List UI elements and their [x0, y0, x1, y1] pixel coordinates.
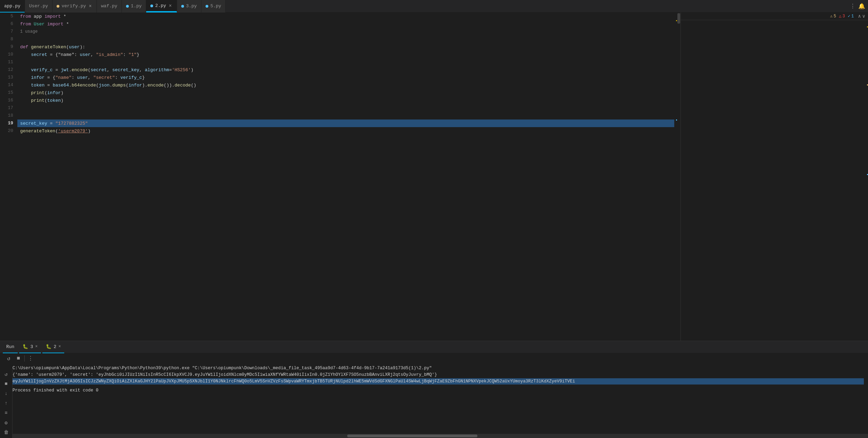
tab-app-py[interactable]: app.py: [0, 0, 25, 13]
code-line-7: 1 usage: [20, 28, 671, 35]
code-line-18: [20, 112, 671, 119]
code-content[interactable]: from app import * from User import * 1 u…: [17, 13, 674, 341]
code-line-12: verify_c = jwt.encode(secret, secret_key…: [20, 66, 671, 74]
code-view: 5 6 7 8 9 10 11 12 13 14 15 16 17 18 19 …: [0, 13, 681, 341]
restart-run-icon[interactable]: ↺: [1, 370, 11, 378]
horizontal-scrollbar[interactable]: [0, 434, 868, 438]
code-line-14: token = base64.b64encode(json.dumps(info…: [20, 81, 671, 89]
h-scrollbar-thumb[interactable]: [347, 435, 477, 437]
info-marker: [676, 119, 677, 121]
tab-user-py[interactable]: User.py: [25, 0, 53, 13]
filter-icon[interactable]: ≡: [1, 409, 11, 417]
more-tabs-icon[interactable]: ⋮: [850, 3, 856, 10]
tab-label: 1.py: [131, 3, 142, 9]
more-actions-icon[interactable]: ⋮: [27, 355, 34, 362]
panel-tab-debug2[interactable]: 🐛 2 ×: [42, 341, 64, 353]
debug2-close-icon[interactable]: ×: [58, 344, 61, 349]
right-panel: ⚠ 5 △ 3 ✓ 1 ∧ ∨: [681, 13, 868, 341]
tab-dot-icon: [57, 5, 59, 8]
terminal-exit-line: Process finished with exit code 0: [12, 387, 864, 394]
editor-pane: 5 6 7 8 9 10 11 12 13 14 15 16 17 18 19 …: [0, 13, 681, 341]
info-bar: ⚠ 5 △ 3 ✓ 1 ∧ ∨: [681, 13, 868, 20]
debug1-close-icon[interactable]: ×: [35, 344, 37, 349]
panel-tab-debug1[interactable]: 🐛 3 ×: [19, 341, 41, 353]
tab-close-icon[interactable]: ×: [168, 3, 172, 9]
code-line-20: generateToken('userm2079'): [20, 127, 671, 135]
tab-dot-icon: [150, 5, 153, 7]
tab-label: User.py: [29, 3, 48, 9]
tab-close-icon[interactable]: ×: [88, 3, 92, 9]
tab-label: app.py: [4, 3, 20, 9]
tab-verify-py[interactable]: verify.py ×: [52, 0, 97, 13]
code-line-9: def generateToken(user):: [20, 43, 671, 51]
tab-label: 3.py: [186, 3, 197, 9]
terminal-cmd-line: C:\Users\opiumpunk\AppData\Local\Program…: [12, 365, 864, 372]
overview-ruler: [866, 20, 868, 341]
activity-bar-bottom: ↺ ■ ↓ ↑ ≡ ⚙ 🗑: [0, 369, 12, 438]
tab-label: verify.py: [61, 3, 86, 9]
tab-dot-icon: [126, 5, 129, 8]
tab-3-py[interactable]: 3.py: [177, 0, 201, 13]
right-panel-content: [681, 20, 868, 341]
terminal-output-line1: {'name': 'userm2079', 'secret': 'eyJhbGc…: [12, 372, 864, 378]
code-line-5: from app import *: [20, 13, 671, 20]
gutter-markers: [674, 13, 677, 341]
code-line-15: print(infor): [20, 89, 671, 97]
tab-dot-icon: [206, 5, 208, 8]
terminal-output[interactable]: C:\Users\opiumpunk\AppData\Local\Program…: [0, 364, 868, 434]
checkmark-icon: ✓: [848, 14, 850, 19]
bottom-panel: Run 🐛 3 × 🐛 2 × ↺ ■ ⋮ C:\Users: [0, 341, 868, 438]
code-line-11: [20, 58, 671, 66]
toolbar-icons-group: ↺ ■ ⋮: [3, 355, 34, 362]
delete-run-icon[interactable]: 🗑: [1, 428, 11, 437]
tab-bar-actions: ⋮ 🔔: [850, 3, 868, 10]
scroll-down-icon[interactable]: ↓: [1, 389, 11, 398]
restart-icon[interactable]: ↺: [5, 355, 12, 362]
terminal-selected-line: eyJuYW1lIjogInVzZXJtMjA3OSIsICJzZWNyZXQi…: [12, 378, 864, 385]
tab-label: 2.py: [155, 3, 166, 8]
debug-count-2: 2: [53, 344, 56, 349]
panel-tab-bar: Run 🐛 3 × 🐛 2 ×: [0, 341, 868, 353]
warning-badge[interactable]: ⚠ 5: [830, 14, 836, 19]
panel-toolbar: ↺ ■ ⋮: [0, 353, 868, 364]
code-line-6: from User import *: [20, 20, 671, 28]
tab-dot-icon: [181, 5, 184, 8]
warning-marker: [676, 20, 677, 21]
tab-label: waf.py: [101, 3, 117, 9]
chevron-up-icon[interactable]: ∧: [858, 13, 861, 19]
panel-tab-run[interactable]: Run: [3, 341, 18, 353]
chevron-down-icon[interactable]: ∨: [862, 13, 865, 19]
debug-icon-1: 🐛: [23, 344, 28, 349]
run-label: Run: [6, 344, 14, 349]
error-badge[interactable]: △ 3: [839, 14, 845, 19]
stop-run-icon[interactable]: ■: [1, 380, 11, 388]
settings-run-icon[interactable]: ⚙: [1, 419, 11, 427]
editor-area: 5 6 7 8 9 10 11 12 13 14 15 16 17 18 19 …: [0, 13, 868, 341]
warning-icon: ⚠: [830, 14, 833, 19]
line-numbers: 5 6 7 8 9 10 11 12 13 14 15 16 17 18 19 …: [0, 13, 17, 341]
error-icon: △: [839, 14, 841, 19]
info-badge[interactable]: ✓ 1: [848, 14, 854, 19]
tab-2-py[interactable]: 2.py ×: [146, 0, 177, 13]
scrollbar-thumb[interactable]: [677, 13, 680, 24]
scroll-up-icon[interactable]: ↑: [1, 399, 11, 407]
debug-icon-2: 🐛: [46, 344, 51, 349]
notification-icon[interactable]: 🔔: [858, 3, 865, 10]
code-line-10: secret = {"name": user, "is_admin": "1"}: [20, 51, 671, 58]
tab-1-py[interactable]: 1.py: [122, 0, 146, 13]
code-line-8: [20, 35, 671, 43]
code-line-19: secret_key = "1727882325": [17, 119, 674, 127]
toolbar-separator: [24, 355, 25, 362]
vertical-scrollbar[interactable]: [677, 13, 681, 341]
warning-count: 5: [834, 14, 836, 19]
code-line-13: infor = {"name": user, "secret": verify_…: [20, 74, 671, 81]
code-line-17: [20, 104, 671, 112]
error-count: 3: [842, 14, 845, 19]
tab-waf-py[interactable]: waf.py: [97, 0, 122, 13]
tab-5-py[interactable]: 5.py: [201, 0, 226, 13]
stop-icon[interactable]: ■: [15, 355, 22, 362]
debug-count-1: 3: [30, 344, 33, 349]
tab-label: 5.py: [210, 3, 221, 9]
tab-bar: app.py User.py verify.py × waf.py 1.py 2…: [0, 0, 868, 13]
info-count: 1: [851, 14, 854, 19]
